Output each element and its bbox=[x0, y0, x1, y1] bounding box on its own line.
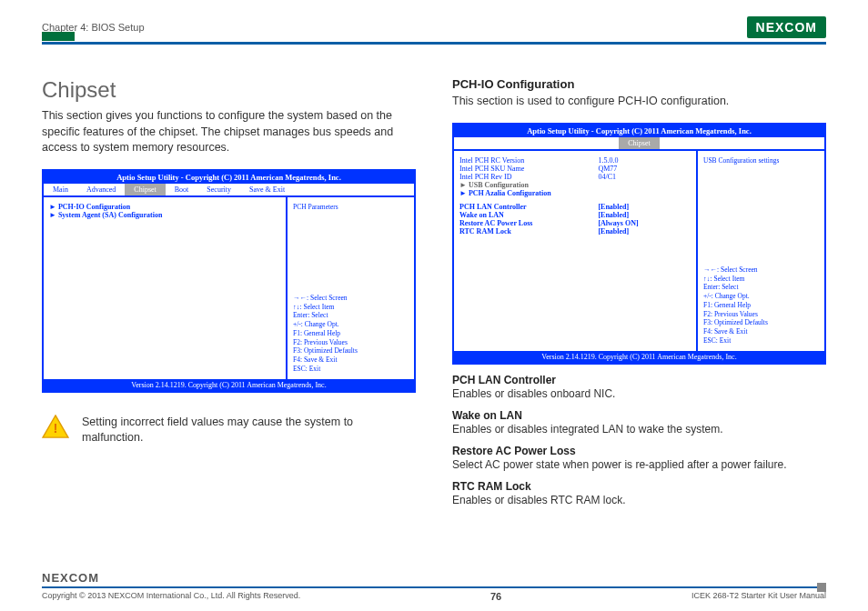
bios-help-top-2: USB Configuration settings bbox=[703, 156, 819, 165]
setting-row[interactable]: Restore AC Power Loss[Always ON] bbox=[459, 219, 691, 227]
footer-docname: ICEK 268-T2 Starter Kit User Manual bbox=[691, 591, 826, 602]
bios-footer: Version 2.14.1219. Copyright (C) 2011 Am… bbox=[44, 379, 414, 391]
info-row: Intel PCH SKU NameQM77 bbox=[459, 165, 691, 173]
bios-title: Aptio Setup Utility - Copyright (C) 2011… bbox=[44, 171, 414, 184]
tab-security[interactable]: Security bbox=[197, 184, 240, 195]
pchio-intro: This section is used to configure PCH-IO… bbox=[452, 94, 826, 110]
header-accent bbox=[42, 32, 75, 41]
opt-heading: PCH LAN Controller bbox=[452, 374, 826, 386]
menu-azalia-config[interactable]: PCH Azalia Configuration bbox=[459, 189, 691, 197]
menu-usb-config[interactable]: USB Configuration bbox=[459, 181, 691, 189]
section-intro: This section gives you functions to conf… bbox=[42, 108, 416, 156]
opt-heading: Wake on LAN bbox=[452, 409, 826, 422]
bios-footer-2: Version 2.14.1219. Copyright (C) 2011 Am… bbox=[454, 351, 824, 363]
bios-help-keys-2: →←: Select Screen ↑↓: Select Item Enter:… bbox=[703, 265, 819, 346]
page-number: 76 bbox=[490, 591, 501, 602]
setting-row[interactable]: Wake on LAN[Enabled] bbox=[459, 211, 691, 219]
opt-desc: Select AC power state when power is re-a… bbox=[452, 458, 826, 471]
opt-desc: Enables or disables RTC RAM lock. bbox=[452, 494, 826, 506]
tab-chipset[interactable]: Chipset bbox=[125, 184, 165, 195]
warning-icon: ! bbox=[42, 415, 69, 438]
bios-panel-chipset: Aptio Setup Utility - Copyright (C) 2011… bbox=[42, 169, 416, 393]
info-row: Intel PCH Rev ID04/C1 bbox=[459, 173, 691, 181]
opt-heading: RTC RAM Lock bbox=[452, 480, 826, 493]
opt-heading: Restore AC Power Loss bbox=[452, 445, 826, 457]
tab-advanced[interactable]: Advanced bbox=[77, 184, 125, 195]
opt-desc: Enables or disables onboard NIC. bbox=[452, 387, 826, 400]
bios-panel-pchio: Aptio Setup Utility - Copyright (C) 2011… bbox=[452, 123, 826, 365]
menu-pch-io[interactable]: PCH-IO Configuration bbox=[49, 203, 280, 211]
tab-boot[interactable]: Boot bbox=[166, 184, 198, 195]
section-heading: Chipset bbox=[42, 77, 416, 103]
tab-main[interactable]: Main bbox=[44, 184, 77, 195]
tab-save-exit[interactable]: Save & Exit bbox=[240, 184, 294, 195]
footer-logo: NEXCOM bbox=[42, 571, 826, 585]
setting-row[interactable]: RTC RAM Lock[Enabled] bbox=[459, 227, 691, 235]
header-rule bbox=[42, 42, 826, 45]
bios-title-2: Aptio Setup Utility - Copyright (C) 2011… bbox=[454, 125, 824, 137]
pchio-heading: PCH-IO Configuration bbox=[452, 77, 826, 91]
brand-logo: NEXCOM bbox=[747, 16, 826, 38]
svg-text:!: ! bbox=[54, 421, 58, 436]
bios-help-keys: →←: Select Screen ↑↓: Select Item Enter:… bbox=[293, 294, 409, 374]
setting-row[interactable]: PCH LAN Controller[Enabled] bbox=[459, 203, 691, 211]
warning-block: ! Setting incorrect field values may cau… bbox=[42, 415, 416, 446]
footer-rule bbox=[42, 586, 826, 588]
warning-text: Setting incorrect field values may cause… bbox=[82, 415, 416, 446]
bios-tabs-2: Chipset bbox=[454, 137, 824, 151]
footer-copyright: Copyright © 2013 NEXCOM International Co… bbox=[42, 591, 300, 602]
info-row: Intel PCH RC Version1.5.0.0 bbox=[459, 156, 691, 165]
bios-help-top: PCH Parameters bbox=[293, 203, 409, 211]
opt-desc: Enables or disables integrated LAN to wa… bbox=[452, 423, 826, 436]
menu-sa-config[interactable]: System Agent (SA) Configuration bbox=[49, 211, 280, 219]
bios-tabs: Main Advanced Chipset Boot Security Save… bbox=[44, 184, 414, 197]
tab-chipset-2[interactable]: Chipset bbox=[619, 137, 659, 149]
